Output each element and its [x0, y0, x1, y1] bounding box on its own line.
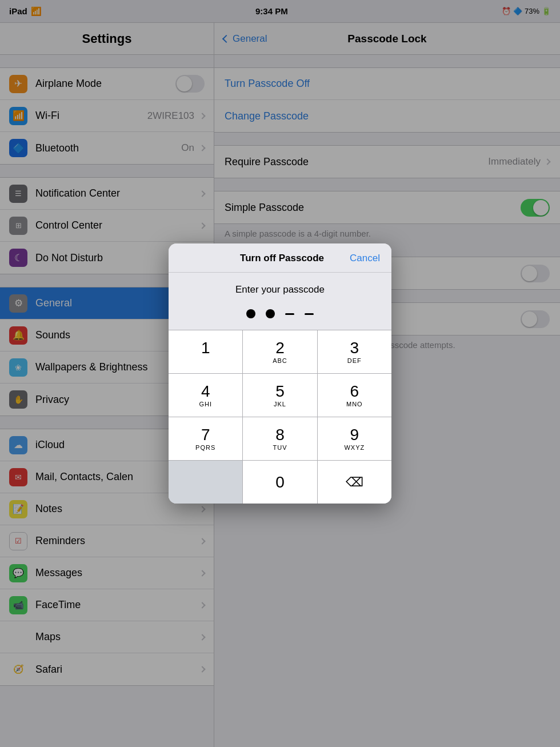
key-6[interactable]: 6 MNO: [318, 374, 391, 417]
key-7[interactable]: 7 PQRS: [169, 417, 243, 460]
delete-icon: ⌫: [346, 475, 363, 490]
keypad-row-2: 4 GHI 5 JKL 6 MNO: [169, 373, 391, 417]
passcode-modal: Turn off Passcode Cancel Enter your pass…: [169, 243, 391, 504]
key-3[interactable]: 3 DEF: [318, 330, 391, 373]
dot-3: [285, 313, 294, 315]
modal-overlay[interactable]: Turn off Passcode Cancel Enter your pass…: [0, 0, 560, 747]
modal-header: Turn off Passcode Cancel: [169, 243, 391, 273]
key-empty: [169, 461, 243, 504]
dot-4: [305, 313, 314, 315]
key-9[interactable]: 9 WXYZ: [318, 417, 391, 460]
keypad-row-3: 7 PQRS 8 TUV 9 WXYZ: [169, 417, 391, 460]
passcode-dots: [169, 301, 391, 330]
keypad-row-1: 1 2 ABC 3 DEF: [169, 330, 391, 373]
key-2[interactable]: 2 ABC: [243, 330, 317, 373]
modal-cancel-button[interactable]: Cancel: [350, 253, 380, 264]
keypad-row-4: 0 ⌫: [169, 460, 391, 504]
dot-1: [246, 309, 255, 318]
key-0[interactable]: 0: [243, 461, 317, 504]
key-1[interactable]: 1: [169, 330, 243, 373]
keypad: 1 2 ABC 3 DEF 4 GHI 5: [169, 330, 391, 504]
modal-title: Turn off Passcode: [240, 253, 324, 264]
key-8[interactable]: 8 TUV: [243, 417, 317, 460]
key-4[interactable]: 4 GHI: [169, 374, 243, 417]
dot-2: [266, 309, 275, 318]
passcode-prompt: Enter your passcode: [169, 273, 391, 301]
key-delete[interactable]: ⌫: [318, 461, 391, 504]
key-5[interactable]: 5 JKL: [243, 374, 317, 417]
